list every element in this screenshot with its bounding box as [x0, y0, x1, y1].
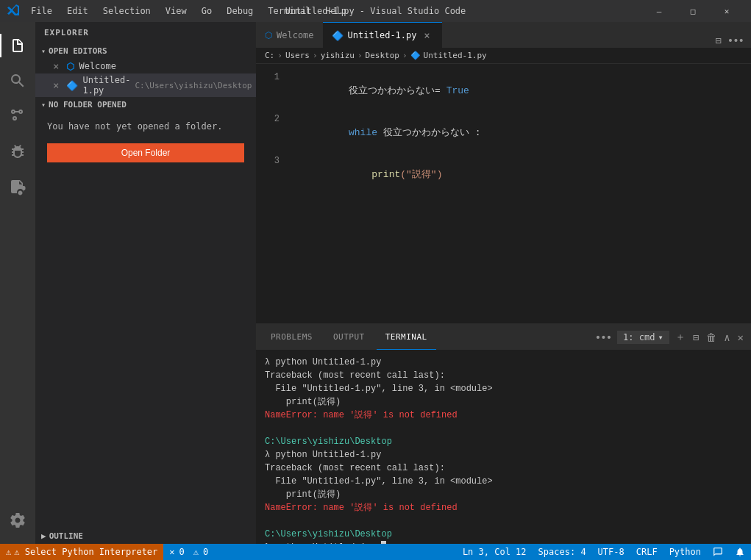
close-panel-icon[interactable]: ✕	[736, 330, 745, 345]
term-line-11: print(説得)	[265, 488, 742, 501]
menu-file[interactable]: File	[25, 4, 58, 18]
split-terminal-icon[interactable]: ⊟	[691, 330, 700, 345]
feedback-icon[interactable]	[707, 544, 729, 560]
welcome-tab[interactable]: ⬡ Welcome	[256, 22, 323, 48]
line-content-1[interactable]: 役立つかわからない= True	[291, 70, 751, 112]
term-line-8: λ python Untitled-1.py	[265, 448, 742, 462]
panel-tab-actions: ••• 1: cmd ▾ ＋ ⊟ 🗑 ∧ ✕	[594, 329, 745, 345]
outline-header[interactable]: ▶ Outline	[35, 528, 256, 544]
new-terminal-icon[interactable]: ＋	[674, 329, 687, 345]
vscode-logo	[7, 4, 19, 18]
breadcrumb-sep-4: ›	[402, 51, 407, 60]
source-control-activity-icon[interactable]	[0, 98, 35, 134]
term-line-13	[265, 514, 742, 528]
line-content-3[interactable]: print("説得")	[291, 154, 751, 195]
breadcrumb-file[interactable]: Untitled-1.py	[424, 51, 487, 60]
line-content-2[interactable]: while 役立つかわからない :	[291, 112, 751, 154]
open-editors-label: Open Editors	[49, 46, 107, 56]
welcome-vscode-icon: ⬡	[66, 61, 74, 72]
encoding[interactable]: UTF-8	[592, 544, 630, 560]
menu-view[interactable]: View	[160, 4, 193, 18]
breadcrumb-users[interactable]: Users	[285, 51, 310, 60]
breadcrumb-desktop[interactable]: Desktop	[366, 51, 399, 60]
main-layout: Explorer ▾ Open Editors × ⬡ Welcome × 🔷 …	[0, 22, 751, 544]
terminal-tab[interactable]: TERMINAL	[377, 324, 436, 350]
tab-bar-actions: ⊟ •••	[708, 33, 751, 48]
untitled-file-path: C:\Users\yishizu\Desktop	[135, 81, 252, 90]
breadcrumb-file-icon: 🔷	[410, 51, 421, 60]
menu-debug[interactable]: Debug	[221, 4, 259, 18]
breadcrumb-sep-3: ›	[357, 51, 363, 60]
cursor-position[interactable]: Ln 3, Col 12	[457, 544, 533, 560]
line-number-3: 3	[256, 154, 291, 168]
title-bar: File Edit Selection View Go Debug Termin…	[0, 0, 751, 22]
error-warning-count[interactable]: ✕ 0 ⚠ 0	[163, 544, 214, 560]
settings-activity-icon[interactable]	[0, 503, 35, 538]
no-folder-header[interactable]: ▾ No Folder Opened	[35, 97, 256, 112]
no-folder-label: No Folder Opened	[49, 100, 127, 110]
extensions-activity-icon[interactable]	[0, 169, 35, 204]
debug-activity-icon[interactable]	[0, 134, 35, 169]
bell-icon[interactable]	[729, 544, 751, 560]
term-line-2: Traceback (most recent call last):	[265, 369, 742, 382]
breadcrumb-sep-1: ›	[277, 51, 282, 60]
panel-tabs: PROBLEMS OUTPUT TERMINAL ••• 1: cmd ▾ ＋ …	[256, 324, 751, 350]
untitled-tab-close-icon[interactable]: ×	[421, 29, 433, 41]
welcome-editor-item[interactable]: × ⬡ Welcome	[35, 59, 256, 73]
open-editors-header[interactable]: ▾ Open Editors	[35, 43, 256, 59]
warning-icon: ⚠	[193, 547, 199, 557]
explorer-activity-icon[interactable]	[0, 28, 35, 63]
close-button[interactable]: ✕	[710, 0, 744, 22]
tab-bar: ⬡ Welcome 🔷 Untitled-1.py × ⊟ •••	[256, 22, 751, 48]
panel: PROBLEMS OUTPUT TERMINAL ••• 1: cmd ▾ ＋ …	[256, 323, 751, 544]
outline-label: Outline	[49, 531, 83, 541]
menu-edit[interactable]: Edit	[61, 4, 94, 18]
code-editor[interactable]: 1 役立つかわからない= True 2 while 役立つかわからない : 3 …	[256, 64, 751, 323]
panel-more-icon[interactable]: •••	[594, 330, 613, 345]
breadcrumb-c[interactable]: C:	[265, 51, 274, 60]
line-ending[interactable]: CRLF	[630, 544, 663, 560]
split-editor-icon[interactable]: ⊟	[713, 33, 722, 48]
term-line-10: File "Untitled-1.py", line 3, in <module…	[265, 475, 742, 488]
terminal-selector[interactable]: 1: cmd ▾	[617, 331, 669, 344]
python-interpreter-warning[interactable]: ⚠ ⚠ Select Python Interpreter	[0, 544, 163, 560]
code-token-3-2: print	[371, 169, 400, 180]
open-folder-button[interactable]: Open Folder	[47, 143, 244, 162]
problems-tab[interactable]: PROBLEMS	[262, 324, 321, 350]
minimize-button[interactable]: —	[642, 0, 676, 22]
terminal-content[interactable]: λ python Untitled-1.py Traceback (most r…	[256, 350, 751, 544]
open-editors-arrow: ▾	[41, 47, 46, 55]
code-token-1-2: =	[435, 85, 446, 96]
term-line-6	[265, 422, 742, 435]
window-title: Untitled-1.py - Visual Studio Code	[285, 6, 466, 16]
untitled-close-icon[interactable]: ×	[53, 79, 59, 91]
untitled-tab[interactable]: 🔷 Untitled-1.py ×	[323, 22, 442, 48]
breadcrumb-yishizu[interactable]: yishizu	[321, 51, 355, 60]
more-actions-icon[interactable]: •••	[726, 33, 745, 48]
indentation[interactable]: Spaces: 4	[533, 544, 592, 560]
untitled-file-name: Untitled-1.py	[82, 75, 130, 96]
code-token-2-3: :	[469, 127, 481, 138]
line-number-1: 1	[256, 71, 291, 85]
delete-terminal-icon[interactable]: 🗑	[705, 330, 718, 345]
code-token-2-1: while	[349, 127, 383, 138]
welcome-close-icon[interactable]: ×	[53, 60, 59, 72]
outline-arrow: ▶	[41, 531, 46, 541]
no-folder-arrow: ▾	[41, 101, 46, 109]
welcome-tab-icon: ⬡	[265, 30, 272, 40]
untitled-editor-item[interactable]: × 🔷 Untitled-1.py C:\Users\yishizu\Deskt…	[35, 73, 256, 97]
menu-selection[interactable]: Selection	[97, 4, 157, 18]
welcome-tab-label: Welcome	[277, 30, 314, 40]
sidebar: Explorer ▾ Open Editors × ⬡ Welcome × 🔷 …	[35, 22, 256, 544]
output-tab[interactable]: OUTPUT	[324, 324, 374, 350]
terminal-selector-label: 1: cmd	[623, 332, 655, 342]
language-mode[interactable]: Python	[663, 544, 707, 560]
code-token-1-1: 役立つかわからない	[349, 85, 435, 96]
maximize-button[interactable]: □	[676, 0, 710, 22]
code-token-3-3: ("説得")	[400, 169, 442, 180]
menu-go[interactable]: Go	[196, 4, 218, 18]
untitled-tab-icon: 🔷	[332, 30, 344, 41]
search-activity-icon[interactable]	[0, 63, 35, 98]
activity-bar	[0, 22, 35, 544]
maximize-panel-icon[interactable]: ∧	[722, 330, 731, 345]
